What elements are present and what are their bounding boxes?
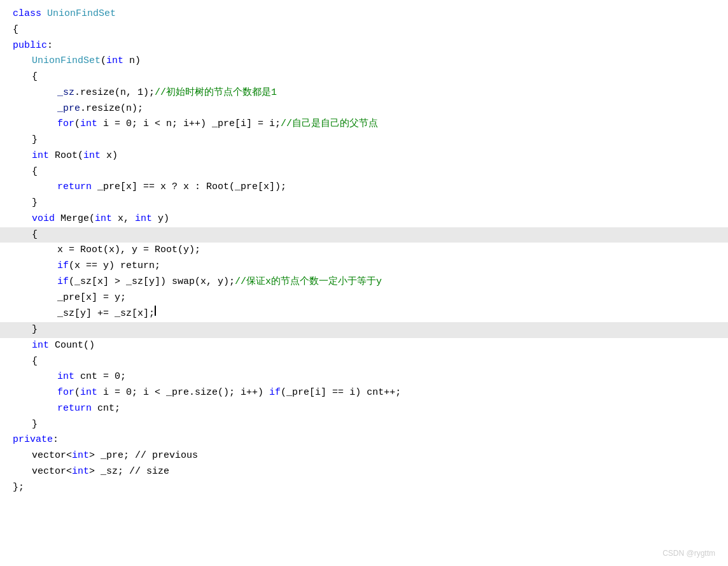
code-area: class UnionFindSet{public:UnionFindSet(i… <box>0 6 728 495</box>
code-line: vector<int> _sz; // size <box>0 464 728 480</box>
text-cursor <box>155 306 156 316</box>
code-line: UnionFindSet(int n) <box>0 53 728 69</box>
code-line: int Root(int x) <box>0 148 728 164</box>
code-line: { <box>0 164 728 180</box>
code-line: } <box>0 417 728 433</box>
code-line: { <box>0 354 728 370</box>
code-line: return cnt; <box>0 401 728 417</box>
code-line: int Count() <box>0 338 728 354</box>
code-line: { <box>0 69 728 85</box>
code-line: class UnionFindSet <box>0 6 728 22</box>
code-line: for(int i = 0; i < n; i++) _pre[i] = i;/… <box>0 117 728 132</box>
code-line: if(x == y) return; <box>0 258 728 274</box>
code-line: } <box>0 195 728 211</box>
code-line: x = Root(x), y = Root(y); <box>0 243 728 258</box>
code-line: void Merge(int x, int y) <box>0 211 728 227</box>
code-editor: class UnionFindSet{public:UnionFindSet(i… <box>0 0 728 566</box>
code-line: { <box>0 227 728 243</box>
code-line: int cnt = 0; <box>0 369 728 385</box>
code-line: if(_sz[x] > _sz[y]) swap(x, y);//保证x的节点个… <box>0 274 728 290</box>
code-line: for(int i = 0; i < _pre.size(); i++) if(… <box>0 385 728 401</box>
code-line: { <box>0 22 728 38</box>
code-line: private: <box>0 432 728 448</box>
code-line: return _pre[x] == x ? x : Root(_pre[x]); <box>0 180 728 195</box>
code-line: } <box>0 322 728 338</box>
code-line: }; <box>0 480 728 496</box>
code-line: _sz[y] += _sz[x]; <box>0 306 728 322</box>
watermark: CSDN @rygttm <box>662 548 715 560</box>
code-line: _pre[x] = y; <box>0 290 728 306</box>
code-line: public: <box>0 38 728 54</box>
code-line: vector<int> _pre; // previous <box>0 448 728 464</box>
code-line: _pre.resize(n); <box>0 101 728 117</box>
code-line: _sz.resize(n, 1);//初始时树的节点个数都是1 <box>0 85 728 101</box>
code-line: } <box>0 132 728 148</box>
